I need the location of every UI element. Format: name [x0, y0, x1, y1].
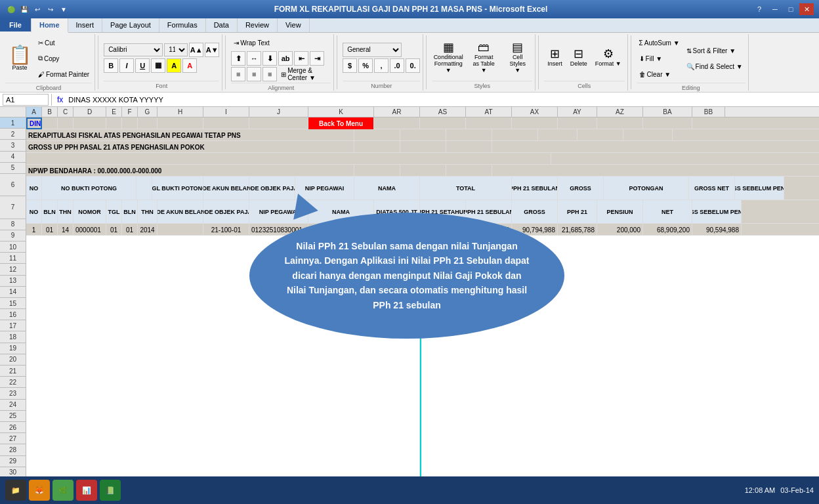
- cell-AZ8[interactable]: 200,000: [597, 224, 643, 236]
- row-header-16[interactable]: 16: [0, 309, 26, 320]
- align-right-button[interactable]: ≡: [262, 67, 277, 81]
- cell-AT5[interactable]: [446, 165, 492, 177]
- row-header-22[interactable]: 22: [0, 377, 26, 388]
- merge-center-button[interactable]: ⊞ Merge & Center ▼: [278, 67, 331, 81]
- comma-button[interactable]: ,: [374, 58, 388, 73]
- cell-J1[interactable]: [249, 117, 308, 129]
- number-format-select[interactable]: General: [343, 43, 402, 57]
- tab-page-layout[interactable]: Page Layout: [102, 18, 159, 32]
- cell-BB8[interactable]: 90,594,988: [692, 224, 742, 236]
- cell-F1[interactable]: [122, 117, 138, 129]
- wrap-text-button[interactable]: ⇥ Wrap Text: [231, 35, 272, 50]
- font-size-select[interactable]: 11: [164, 43, 188, 56]
- indent-decrease-button[interactable]: ⇤: [294, 51, 308, 66]
- autosum-button[interactable]: Σ AutoSum ▼: [637, 35, 682, 50]
- row-header-13[interactable]: 13: [0, 276, 26, 287]
- cell-AS5[interactable]: [400, 165, 446, 177]
- cell-AZ2[interactable]: [578, 129, 623, 141]
- maximize-button[interactable]: □: [784, 3, 798, 15]
- row-header-18[interactable]: 18: [0, 331, 26, 343]
- save-button[interactable]: 💾: [18, 3, 30, 15]
- row-header-28[interactable]: 28: [0, 444, 26, 455]
- tab-file[interactable]: File: [0, 18, 32, 33]
- cell-H1[interactable]: [158, 117, 203, 129]
- taskbar-icon-firefox[interactable]: 🦊: [29, 480, 50, 501]
- cell-AS2[interactable]: [400, 129, 446, 141]
- col-header-AX[interactable]: AX: [512, 107, 558, 117]
- function-wizard-button[interactable]: fx: [54, 95, 66, 104]
- formula-input[interactable]: [68, 96, 816, 104]
- cell-AY2[interactable]: [538, 129, 578, 141]
- align-left-button[interactable]: ≡: [231, 67, 245, 81]
- row-header-5[interactable]: 5: [0, 163, 26, 174]
- row-header-4[interactable]: 4: [0, 152, 26, 163]
- format-button[interactable]: ⚙ Format ▼: [592, 46, 625, 69]
- cell-B8[interactable]: 01: [42, 224, 58, 236]
- row-header-12[interactable]: 12: [0, 264, 26, 275]
- tab-data[interactable]: Data: [206, 18, 238, 32]
- indent-increase-button[interactable]: ⇥: [310, 51, 324, 66]
- cell-AR1[interactable]: [374, 117, 420, 129]
- row-header-10[interactable]: 10: [0, 242, 26, 253]
- delete-button[interactable]: ⊟ Delete: [567, 46, 591, 69]
- row-header-19[interactable]: 19: [0, 343, 26, 354]
- col-header-AS[interactable]: AS: [420, 107, 466, 117]
- cell-AS3[interactable]: [400, 141, 446, 153]
- tab-view[interactable]: View: [278, 18, 310, 32]
- sort-filter-button[interactable]: ⇅ Sort & Filter ▼: [684, 43, 746, 58]
- copy-button[interactable]: ⧉ Copy: [35, 51, 92, 66]
- align-top-button[interactable]: ⬆: [231, 51, 245, 66]
- fill-color-button[interactable]: A: [167, 58, 181, 73]
- taskbar-icon-app3[interactable]: 🌿: [52, 480, 74, 501]
- cell-AT2[interactable]: [446, 129, 492, 141]
- col-header-K[interactable]: K: [308, 107, 374, 117]
- cell-BA8[interactable]: 68,909,200: [643, 224, 692, 236]
- cell-K1-back-menu[interactable]: Back To Menu: [308, 117, 374, 129]
- cell-A5[interactable]: NPWP BENDAHARA : 00.000.000.0-000.000: [26, 165, 354, 177]
- cell-AY8[interactable]: 21,685,788: [558, 224, 597, 236]
- row-header-14[interactable]: 14: [0, 287, 26, 298]
- col-header-BB[interactable]: BB: [692, 107, 725, 117]
- col-header-B[interactable]: B: [42, 107, 58, 117]
- close-button[interactable]: ✕: [799, 3, 814, 15]
- row-header-2[interactable]: 2: [0, 129, 26, 140]
- taskbar-icon-explorer[interactable]: 📁: [5, 480, 26, 501]
- percent-button[interactable]: %: [358, 58, 373, 73]
- font-color-button[interactable]: A: [182, 58, 197, 73]
- font-increase-button[interactable]: A▲: [189, 43, 203, 57]
- cell-AR2[interactable]: [354, 129, 400, 141]
- col-header-AR[interactable]: AR: [374, 107, 420, 117]
- tab-review[interactable]: Review: [238, 18, 278, 32]
- format-as-table-button[interactable]: 🗃 Format as Table ▼: [467, 39, 500, 75]
- format-painter-button[interactable]: 🖌 Format Painter: [35, 67, 92, 81]
- cell-BA2[interactable]: [623, 129, 673, 141]
- cell-D8[interactable]: 0000001: [74, 224, 106, 236]
- cell-AR5[interactable]: [354, 165, 400, 177]
- tab-formulas[interactable]: Formulas: [159, 18, 206, 32]
- row-header-25[interactable]: 25: [0, 411, 26, 422]
- row-header-27[interactable]: 27: [0, 433, 26, 444]
- underline-button[interactable]: U: [135, 58, 150, 73]
- customize-quick-access[interactable]: ▼: [58, 3, 70, 15]
- cell-D1[interactable]: [74, 117, 106, 129]
- col-header-AY[interactable]: AY: [558, 107, 597, 117]
- cell-G8[interactable]: 2014: [138, 224, 158, 236]
- cell-AX1[interactable]: [512, 117, 558, 129]
- bold-button[interactable]: B: [104, 58, 118, 73]
- col-header-F[interactable]: F: [122, 107, 138, 117]
- insert-button[interactable]: ⊞ Insert: [544, 46, 566, 69]
- cell-AT1[interactable]: [466, 117, 512, 129]
- cell-BA1[interactable]: [643, 117, 692, 129]
- row-header-15[interactable]: 15: [0, 298, 26, 309]
- find-select-button[interactable]: 🔍 Find & Select ▼: [684, 59, 746, 74]
- cell-A1[interactable]: DINAS XXXXX KOTA YYYYY: [26, 117, 42, 129]
- cell-I8[interactable]: 21-100-01: [203, 224, 249, 236]
- cell-C1[interactable]: [58, 117, 74, 129]
- cell-AZ1[interactable]: [597, 117, 643, 129]
- cell-A4[interactable]: [26, 153, 551, 165]
- align-bottom-button[interactable]: ⬇: [262, 51, 277, 66]
- cut-button[interactable]: ✂ Cut: [35, 35, 92, 50]
- cell-G1[interactable]: [138, 117, 158, 129]
- row-header-29[interactable]: 29: [0, 456, 26, 467]
- cell-AS1[interactable]: [420, 117, 466, 129]
